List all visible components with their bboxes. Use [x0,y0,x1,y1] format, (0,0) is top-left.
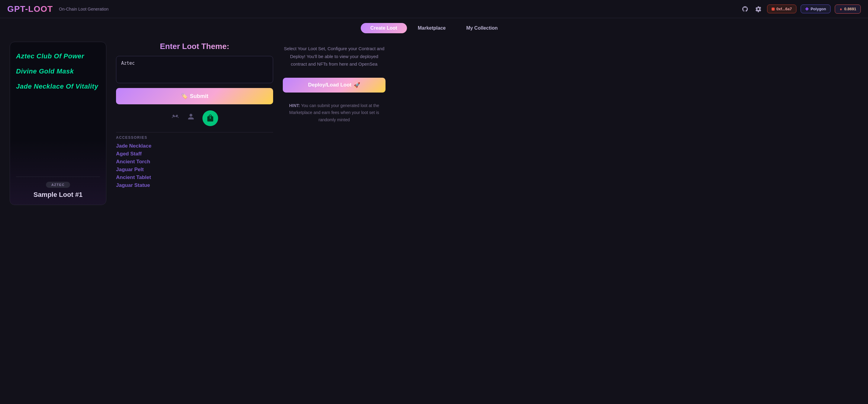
list-item: Ancient Tablet [116,174,273,181]
network-button[interactable]: Polygon [801,4,831,13]
tab-create-loot[interactable]: Create Loot [361,23,407,33]
hint-text: HINT: You can submit your generated loot… [283,102,385,124]
list-item: Jaguar Statue [116,181,273,189]
info-text: Select Your Loot Set, Configure your Con… [283,45,385,68]
wallet-icon [772,7,775,10]
network-label: Polygon [811,7,826,11]
person-icon[interactable] [187,113,195,123]
list-item: Jade Necklace Of Vitality [16,83,100,90]
list-item: Divine Gold Mask [16,67,100,75]
main-content: Aztec Club Of Power Divine Gold Mask Jad… [0,36,868,403]
list-item: Ancient Torch [116,158,273,166]
loot-card: Aztec Club Of Power Divine Gold Mask Jad… [10,42,106,205]
header: GPT-LOOT On-Chain Loot Generation 0xf...… [0,0,868,18]
deploy-button[interactable]: Deploy/Load Loot 🚀 [283,78,385,92]
logo: GPT-LOOT [7,4,53,14]
gear-icon [755,6,762,12]
aztec-badge: AZTEC [46,182,70,188]
icons-row [171,109,218,127]
tagline: On-Chain Loot Generation [59,7,108,11]
tab-my-collection[interactable]: My Collection [457,23,507,33]
tab-marketplace[interactable]: Marketplace [408,23,456,33]
loot-card-footer: AZTEC Sample Loot #1 [16,177,100,199]
wallet-label: 0xf...6a7 [776,7,792,11]
header-right: 0xf...6a7 Polygon ♦ 0.8691 [741,4,861,13]
list-item: Aged Staff [116,150,273,158]
accessories-label: ACCESSORIES [116,136,273,140]
tabs-container: Create Loot Marketplace My Collection [0,18,868,36]
settings-button[interactable] [754,4,763,13]
loot-items-list: Aztec Club Of Power Divine Gold Mask Jad… [16,49,100,177]
accessories-section: ACCESSORIES Jade Necklace Aged Staff Anc… [116,132,273,189]
center-panel: Enter Loot Theme: 🏷️ Submit [116,42,273,397]
list-item: Aztec Club Of Power [16,52,100,60]
left-panel: Aztec Club Of Power Divine Gold Mask Jad… [10,42,106,397]
eth-label: 0.8691 [844,7,856,11]
list-item: Jaguar Pelt [116,166,273,174]
deploy-icon: 🚀 [354,82,360,88]
deploy-label: Deploy/Load Loot [308,82,352,88]
github-icon [742,6,748,12]
polygon-icon [805,7,809,11]
sample-loot-title: Sample Loot #1 [34,191,83,199]
right-panel: Select Your Loot Set, Configure your Con… [283,42,385,397]
loot-theme-title: Enter Loot Theme: [116,42,273,51]
bag-icon-circle[interactable] [203,110,218,126]
wallet-button[interactable]: 0xf...6a7 [767,4,797,13]
theme-input[interactable] [116,56,273,83]
eth-button[interactable]: ♦ 0.8691 [835,4,861,13]
github-button[interactable] [741,4,750,13]
list-item: Jade Necklace [116,142,273,150]
submit-label: Submit [190,93,209,99]
eth-icon: ♦ [839,7,842,11]
submit-icon: 🏷️ [181,93,188,99]
crossed-tools-icon[interactable] [171,113,180,123]
submit-button[interactable]: 🏷️ Submit [116,88,273,104]
